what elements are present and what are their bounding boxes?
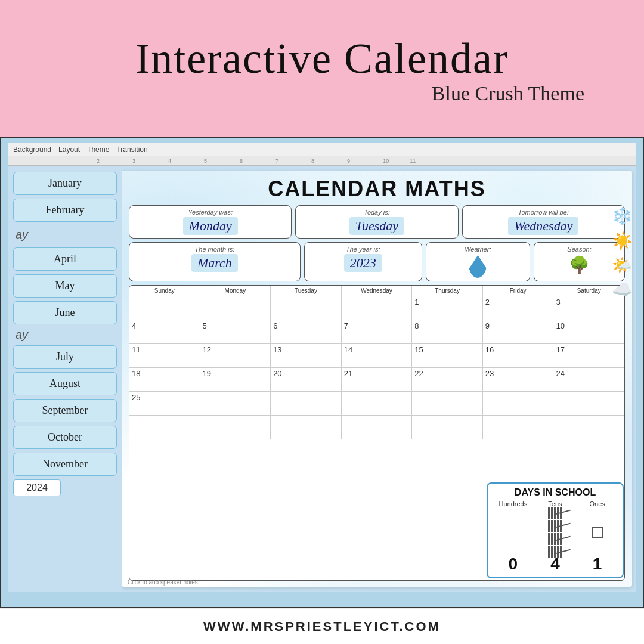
toolbar-theme[interactable]: Theme	[87, 145, 109, 154]
month-btn-july[interactable]: July	[13, 345, 117, 369]
partial-label-ay2: ay	[13, 328, 28, 342]
bottom-banner: WWW.MRSPRIESTLEYICT.COM	[0, 608, 644, 644]
tree-icon: 🌳	[569, 255, 590, 275]
sun-orange-icon: 🌤️	[612, 255, 633, 275]
cal-cell-w3d0: 18	[129, 368, 200, 392]
sun-icon: ☀️	[612, 231, 633, 250]
cal-cell-w5d1	[200, 416, 271, 439]
dis-hundreds-number: 0	[493, 555, 534, 574]
cal-cell-w5d5	[483, 416, 554, 439]
dis-ones-tally	[577, 512, 618, 553]
header-tuesday: Tuesday	[271, 286, 342, 296]
top-banner: Interactive Calendar Blue Crush Theme	[0, 0, 644, 137]
cal-cell-w5d4	[412, 416, 483, 439]
cal-cell-w2d1: 12	[200, 344, 271, 368]
cal-cell-w1d4: 8	[412, 320, 483, 344]
toolbar-transition[interactable]: Transition	[116, 145, 147, 154]
cal-cell-w2d0: 11	[129, 344, 200, 368]
tomorrow-label: Tomorrow will be:	[518, 209, 569, 216]
cal-cell-w0d2	[271, 296, 342, 320]
cal-cell-w4d1	[200, 392, 271, 416]
cal-cell-w1d2: 6	[271, 320, 342, 344]
cal-cell-w2d4: 15	[412, 344, 483, 368]
screenshot-area: Background Layout Theme Transition 2 3 4…	[0, 137, 644, 608]
dis-columns: Hundreds Tens Ones	[493, 500, 618, 574]
speaker-notes: Click to add speaker notes	[128, 579, 198, 586]
cal-cell-w0d6: 3	[553, 296, 624, 320]
toolbar-layout[interactable]: Layout	[58, 145, 80, 154]
toolbar-bg[interactable]: Background	[13, 145, 51, 154]
cal-cell-w4d4	[412, 392, 483, 416]
cal-cell-w0d0	[129, 296, 200, 320]
partial-label-ay1: ay	[13, 228, 28, 242]
cal-cell-w2d5: 16	[483, 344, 554, 368]
cal-cell-w1d0: 4	[129, 320, 200, 344]
header-sunday: Sunday	[129, 286, 200, 296]
cal-cell-w1d5: 9	[483, 320, 554, 344]
dis-tens-number: 4	[535, 555, 576, 574]
month-label: The month is:	[195, 246, 235, 253]
slide-container: January February ay April May June ay Ju…	[8, 166, 636, 592]
cal-cell-w3d3: 21	[342, 368, 413, 392]
weather-label: Weather:	[465, 246, 491, 253]
cal-cell-w0d1	[200, 296, 271, 320]
cal-cell-w0d4: 1	[412, 296, 483, 320]
dis-title: DAYS IN SCHOOL	[493, 487, 618, 498]
cal-cell-w0d5: 2	[483, 296, 554, 320]
dis-ones-number: 1	[577, 555, 618, 574]
dis-tens-tally	[535, 512, 576, 553]
month-btn-august[interactable]: August	[13, 372, 117, 395]
year-label: The year is:	[346, 246, 380, 253]
cal-cell-w5d0	[129, 416, 200, 439]
month-btn-april[interactable]: April	[13, 247, 117, 271]
month-year-row: The month is: March The year is: 2023 We…	[129, 242, 625, 281]
tomorrow-value: Wednesday	[514, 218, 572, 233]
days-in-school: DAYS IN SCHOOL Hundreds Tens Ones	[487, 482, 624, 578]
month-btn-may[interactable]: May	[13, 274, 117, 298]
cal-cell-w4d3	[342, 392, 413, 416]
cal-cell-w1d6: 10	[553, 320, 624, 344]
water-drop-icon	[469, 255, 487, 278]
cal-cell-w5d6	[553, 416, 624, 439]
cal-cell-w5d2	[271, 416, 342, 439]
cal-cell-w4d5	[483, 392, 554, 416]
year-value: 2023	[350, 255, 376, 270]
month-btn-january[interactable]: January	[13, 172, 117, 195]
snowflake-icon: ❄️	[612, 206, 633, 226]
month-btn-november[interactable]: November	[13, 453, 117, 476]
main-title: Interactive Calendar	[135, 35, 509, 82]
calendar-header: Sunday Monday Tuesday Wednesday Thursday…	[129, 286, 624, 296]
cal-cell-w5d3	[342, 416, 413, 439]
month-btn-february[interactable]: February	[13, 199, 117, 222]
yesterday-label: Yesterday was:	[188, 209, 233, 216]
ones-square	[592, 527, 603, 538]
slide-title: CALENDAR MATHS	[129, 177, 625, 202]
ruler: 2 3 4 5 6 7 8 9 10 11	[8, 156, 636, 166]
cal-cell-w3d4: 22	[412, 368, 483, 392]
cal-cell-w4d2	[271, 392, 342, 416]
month-btn-september[interactable]: September	[13, 399, 117, 422]
dis-hundreds-tally	[493, 512, 534, 553]
cal-cell-w1d1: 5	[200, 320, 271, 344]
dis-hundreds-header: Hundreds	[493, 500, 534, 509]
calendar-body: 1234567891011121314151617181920212223242…	[129, 296, 624, 439]
today-label: Today is:	[364, 209, 390, 216]
weather-icons-panel: ❄️ ☀️ 🌤️ ☁️	[607, 206, 632, 299]
month-btn-june[interactable]: June	[13, 301, 117, 324]
header-friday: Friday	[483, 286, 554, 296]
dis-ones-header: Ones	[577, 500, 618, 509]
header-thursday: Thursday	[412, 286, 483, 296]
year-card: The year is: 2023	[304, 242, 422, 281]
cal-cell-w3d2: 20	[271, 368, 342, 392]
today-value: Tuesday	[355, 218, 398, 233]
month-btn-october[interactable]: October	[13, 426, 117, 449]
cal-cell-w1d3: 7	[342, 320, 413, 344]
cal-cell-w2d2: 13	[271, 344, 342, 368]
days-row: Yesterday was: Monday Today is: Tuesday …	[129, 205, 625, 239]
cal-cell-w3d1: 19	[200, 368, 271, 392]
cal-cell-w3d6: 24	[553, 368, 624, 392]
tomorrow-card: Tomorrow will be: Wednesday	[462, 205, 625, 239]
header-monday: Monday	[200, 286, 271, 296]
season-label: Season:	[567, 246, 591, 253]
header-wednesday: Wednesday	[342, 286, 413, 296]
